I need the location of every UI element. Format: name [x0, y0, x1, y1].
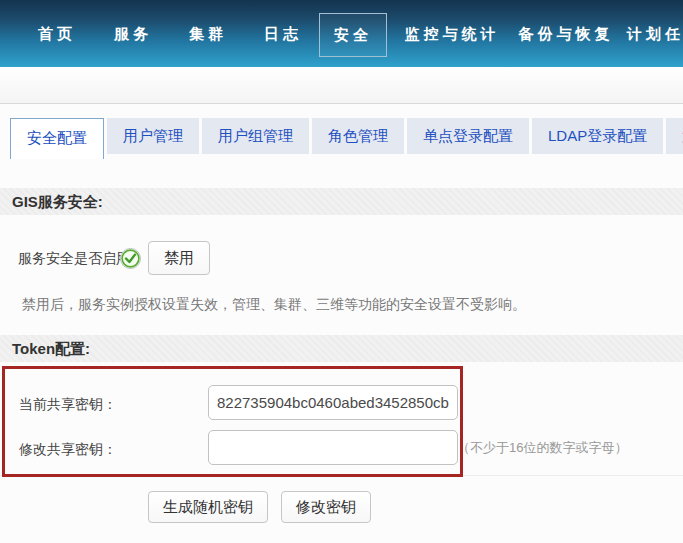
disable-note-text: 禁用后，服务实例授权设置失效，管理、集群、三维等功能的安全设置不受影响。 — [22, 296, 526, 314]
nav-item-home[interactable]: 首页 — [38, 0, 76, 67]
tab-role-management[interactable]: 角色管理 — [312, 118, 404, 154]
subheader-band — [0, 67, 683, 104]
modify-key-button[interactable]: 修改密钥 — [281, 491, 371, 523]
highlight-red-box: 当前共享密钥： 修改共享密钥： — [2, 366, 463, 477]
current-shared-key-input[interactable] — [208, 385, 458, 420]
tab-user-management[interactable]: 用户管理 — [107, 118, 199, 154]
green-check-icon — [119, 247, 142, 270]
page: 首页 服务 集群 日志 安全 监控与统计 备份与恢复 计划任务 安全配置 用户管… — [0, 0, 683, 543]
token-section-header: Token配置: — [0, 335, 683, 362]
tab-thirdparty-config-partial[interactable]: 第 — [666, 118, 683, 154]
disable-button[interactable]: 禁用 — [148, 241, 210, 275]
nav-item-monitoring[interactable]: 监控与统计 — [405, 0, 500, 67]
key-format-hint: （不少于16位的数字或字母） — [457, 439, 627, 457]
tab-sso-config[interactable]: 单点登录配置 — [407, 118, 529, 154]
nav-item-security[interactable]: 安全 — [319, 13, 387, 57]
tab-security-config[interactable]: 安全配置 — [10, 118, 104, 159]
nav-item-cluster[interactable]: 集群 — [189, 0, 227, 67]
tab-strip: 安全配置 用户管理 用户组管理 角色管理 单点登录配置 LDAP登录配置 第 — [0, 118, 683, 159]
current-shared-key-label: 当前共享密钥： — [19, 396, 117, 414]
tab-usergroup-management[interactable]: 用户组管理 — [202, 118, 309, 154]
generate-random-key-button[interactable]: 生成随机密钥 — [148, 491, 268, 523]
new-shared-key-input[interactable] — [208, 430, 458, 465]
gis-security-section-header: GIS服务安全: — [0, 188, 683, 215]
nav-item-services[interactable]: 服务 — [114, 0, 152, 67]
tab-ldap-config[interactable]: LDAP登录配置 — [532, 118, 663, 154]
nav-item-tasks[interactable]: 计划任务 — [627, 0, 683, 67]
top-navbar: 首页 服务 集群 日志 安全 监控与统计 备份与恢复 计划任务 — [0, 0, 683, 67]
new-shared-key-label: 修改共享密钥： — [19, 441, 117, 459]
nav-item-backup[interactable]: 备份与恢复 — [519, 0, 614, 67]
nav-item-logs[interactable]: 日志 — [264, 0, 302, 67]
